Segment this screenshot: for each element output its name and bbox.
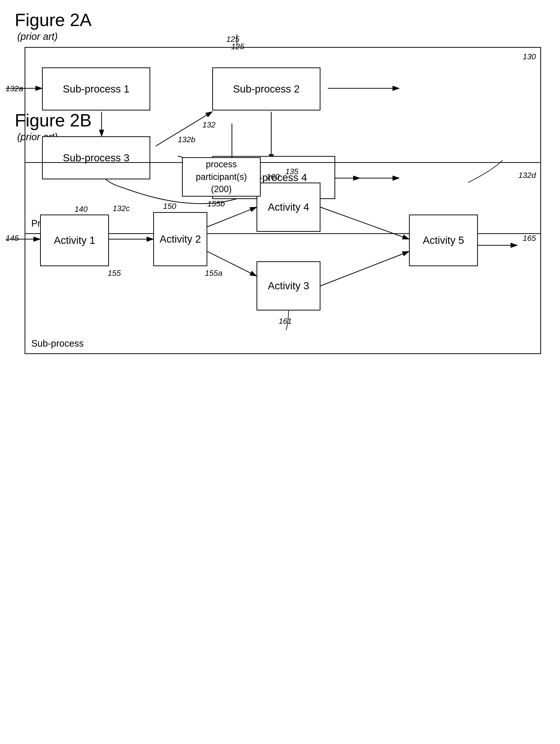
fig2b-subprocess-label: Sub-process (31, 338, 84, 349)
ref-150: 150 (163, 202, 176, 211)
ref-160: 160 (266, 172, 279, 181)
activity-5-box: Activity 5 (409, 215, 478, 266)
ref-155a: 155a (205, 269, 222, 278)
activity-1-box: Activity 1 (40, 215, 109, 266)
subprocess-2-box: Sub-process 2 (212, 67, 320, 110)
ref-130: 130 (523, 52, 536, 61)
activity-2-box: Activity 2 (153, 212, 207, 266)
ref-135-label: 135 (285, 167, 298, 176)
svg-line-15 (207, 207, 256, 227)
ref-155: 155 (108, 269, 121, 278)
ref-140: 140 (75, 205, 87, 214)
fig2a-prior-art: (prior art) (17, 31, 545, 42)
ref-132: 132 (202, 120, 215, 129)
ref-145: 145 (6, 234, 19, 243)
ref-125-label: 125 (231, 42, 560, 51)
svg-line-17 (320, 207, 409, 239)
ref-165: 165 (523, 234, 536, 243)
ref-132b: 132b (178, 135, 195, 144)
svg-line-18 (320, 252, 409, 286)
activity-3-box: Activity 3 (256, 261, 320, 310)
activity-4-box: Activity 4 (256, 183, 320, 232)
ref-155b: 155b (207, 199, 225, 209)
subprocess-1-box: Sub-process 1 (42, 67, 150, 110)
ref-132a: 132a (6, 84, 23, 93)
fig2a-title: Figure 2A (15, 10, 545, 30)
fig2b-outer-box: Activity 1 Activity 2 Activity 4 Activit… (25, 162, 541, 354)
ref-161: 161 (279, 317, 292, 326)
participant-box: process participant(s) (200) (182, 157, 261, 196)
